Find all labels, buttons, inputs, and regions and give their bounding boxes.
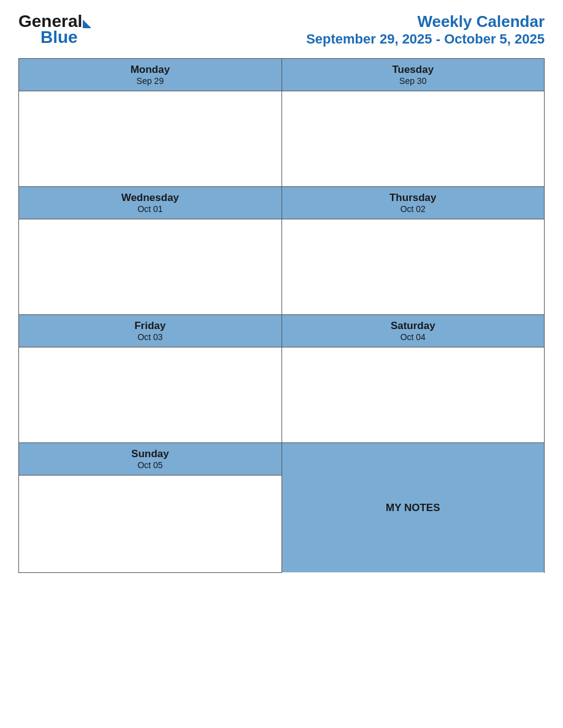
saturday-date: Oct 04 — [285, 332, 542, 342]
calendar-title: Weekly Calendar — [306, 12, 545, 31]
thursday-name: Thursday — [285, 192, 542, 204]
thursday-cell: Thursday Oct 02 — [282, 187, 545, 314]
notes-title: MY NOTES — [386, 502, 440, 514]
logo-triangle-icon — [83, 20, 91, 28]
tuesday-date: Sep 30 — [285, 76, 542, 86]
friday-header: Friday Oct 03 — [19, 315, 282, 347]
wednesday-cell: Wednesday Oct 01 — [19, 187, 282, 314]
sunday-cell: Sunday Oct 05 — [19, 443, 282, 572]
sunday-date: Oct 05 — [21, 460, 279, 470]
saturday-body — [282, 347, 545, 442]
header-title: Weekly Calendar September 29, 2025 - Oct… — [306, 12, 545, 47]
saturday-cell: Saturday Oct 04 — [282, 315, 545, 442]
friday-date: Oct 03 — [21, 332, 279, 342]
calendar-row-2: Wednesday Oct 01 Thursday Oct 02 — [19, 187, 544, 315]
thursday-header: Thursday Oct 02 — [282, 187, 545, 219]
notes-cell: MY NOTES — [282, 443, 545, 572]
notes-header: MY NOTES — [282, 443, 545, 572]
wednesday-body — [19, 219, 282, 314]
saturday-name: Saturday — [285, 320, 542, 332]
friday-name: Friday — [21, 320, 279, 332]
sunday-body — [19, 476, 282, 571]
wednesday-date: Oct 01 — [21, 204, 279, 214]
sunday-name: Sunday — [21, 448, 279, 460]
tuesday-body — [282, 91, 545, 186]
tuesday-name: Tuesday — [285, 64, 542, 76]
sunday-header: Sunday Oct 05 — [19, 443, 282, 476]
monday-header: Monday Sep 29 — [19, 59, 282, 91]
friday-cell: Friday Oct 03 — [19, 315, 282, 442]
saturday-header: Saturday Oct 04 — [282, 315, 545, 347]
calendar-row-1: Monday Sep 29 Tuesday Sep 30 — [19, 59, 544, 187]
tuesday-cell: Tuesday Sep 30 — [282, 59, 545, 186]
monday-cell: Monday Sep 29 — [19, 59, 282, 186]
tuesday-header: Tuesday Sep 30 — [282, 59, 545, 91]
calendar-grid: Monday Sep 29 Tuesday Sep 30 Wednesday O… — [18, 58, 545, 573]
friday-body — [19, 347, 282, 442]
monday-body — [19, 91, 282, 186]
wednesday-name: Wednesday — [21, 192, 279, 204]
notes-body — [282, 572, 545, 667]
thursday-date: Oct 02 — [285, 204, 542, 214]
page-header: General Blue Weekly Calendar September 2… — [18, 12, 545, 47]
wednesday-header: Wednesday Oct 01 — [19, 187, 282, 219]
logo-blue-text: Blue — [40, 28, 78, 47]
calendar-row-4: Sunday Oct 05 MY NOTES — [19, 443, 544, 572]
thursday-body — [282, 219, 545, 314]
logo: General Blue — [18, 13, 91, 47]
monday-date: Sep 29 — [21, 76, 279, 86]
calendar-date-range: September 29, 2025 - October 5, 2025 — [306, 31, 545, 47]
calendar-row-3: Friday Oct 03 Saturday Oct 04 — [19, 315, 544, 443]
monday-name: Monday — [21, 64, 279, 76]
